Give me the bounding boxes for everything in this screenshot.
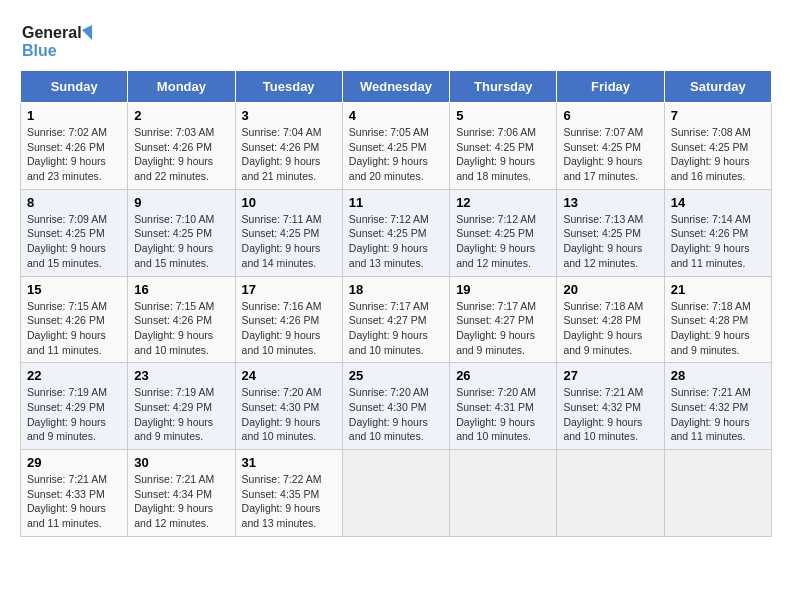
day-number: 27 — [563, 368, 657, 383]
logo: GeneralBlue — [20, 20, 100, 60]
week-row-1: 1Sunrise: 7:02 AMSunset: 4:26 PMDaylight… — [21, 103, 772, 190]
table-row: 22Sunrise: 7:19 AMSunset: 4:29 PMDayligh… — [21, 363, 128, 450]
day-info: Sunrise: 7:15 AMSunset: 4:26 PMDaylight:… — [134, 299, 228, 358]
table-row: 11Sunrise: 7:12 AMSunset: 4:25 PMDayligh… — [342, 189, 449, 276]
day-info: Sunrise: 7:20 AMSunset: 4:30 PMDaylight:… — [349, 385, 443, 444]
table-row: 14Sunrise: 7:14 AMSunset: 4:26 PMDayligh… — [664, 189, 771, 276]
day-number: 22 — [27, 368, 121, 383]
day-info: Sunrise: 7:21 AMSunset: 4:33 PMDaylight:… — [27, 472, 121, 531]
table-row: 3Sunrise: 7:04 AMSunset: 4:26 PMDaylight… — [235, 103, 342, 190]
day-number: 3 — [242, 108, 336, 123]
col-header-saturday: Saturday — [664, 71, 771, 103]
logo-icon: GeneralBlue — [20, 20, 100, 60]
day-number: 15 — [27, 282, 121, 297]
day-info: Sunrise: 7:09 AMSunset: 4:25 PMDaylight:… — [27, 212, 121, 271]
table-row: 24Sunrise: 7:20 AMSunset: 4:30 PMDayligh… — [235, 363, 342, 450]
table-row: 18Sunrise: 7:17 AMSunset: 4:27 PMDayligh… — [342, 276, 449, 363]
day-info: Sunrise: 7:21 AMSunset: 4:32 PMDaylight:… — [671, 385, 765, 444]
day-number: 31 — [242, 455, 336, 470]
table-row: 28Sunrise: 7:21 AMSunset: 4:32 PMDayligh… — [664, 363, 771, 450]
table-row: 23Sunrise: 7:19 AMSunset: 4:29 PMDayligh… — [128, 363, 235, 450]
day-info: Sunrise: 7:04 AMSunset: 4:26 PMDaylight:… — [242, 125, 336, 184]
table-row: 17Sunrise: 7:16 AMSunset: 4:26 PMDayligh… — [235, 276, 342, 363]
day-info: Sunrise: 7:18 AMSunset: 4:28 PMDaylight:… — [563, 299, 657, 358]
col-header-tuesday: Tuesday — [235, 71, 342, 103]
day-number: 8 — [27, 195, 121, 210]
day-number: 14 — [671, 195, 765, 210]
day-number: 5 — [456, 108, 550, 123]
day-number: 16 — [134, 282, 228, 297]
day-number: 21 — [671, 282, 765, 297]
day-number: 30 — [134, 455, 228, 470]
day-info: Sunrise: 7:17 AMSunset: 4:27 PMDaylight:… — [349, 299, 443, 358]
day-number: 10 — [242, 195, 336, 210]
table-row: 5Sunrise: 7:06 AMSunset: 4:25 PMDaylight… — [450, 103, 557, 190]
table-row: 8Sunrise: 7:09 AMSunset: 4:25 PMDaylight… — [21, 189, 128, 276]
day-number: 11 — [349, 195, 443, 210]
table-row: 29Sunrise: 7:21 AMSunset: 4:33 PMDayligh… — [21, 450, 128, 537]
table-row: 2Sunrise: 7:03 AMSunset: 4:26 PMDaylight… — [128, 103, 235, 190]
table-row — [450, 450, 557, 537]
table-row: 15Sunrise: 7:15 AMSunset: 4:26 PMDayligh… — [21, 276, 128, 363]
day-info: Sunrise: 7:10 AMSunset: 4:25 PMDaylight:… — [134, 212, 228, 271]
day-number: 6 — [563, 108, 657, 123]
day-number: 23 — [134, 368, 228, 383]
page-header: GeneralBlue — [20, 20, 772, 60]
day-number: 28 — [671, 368, 765, 383]
svg-text:General: General — [22, 24, 82, 41]
day-info: Sunrise: 7:06 AMSunset: 4:25 PMDaylight:… — [456, 125, 550, 184]
day-info: Sunrise: 7:21 AMSunset: 4:32 PMDaylight:… — [563, 385, 657, 444]
day-number: 7 — [671, 108, 765, 123]
day-info: Sunrise: 7:07 AMSunset: 4:25 PMDaylight:… — [563, 125, 657, 184]
day-number: 4 — [349, 108, 443, 123]
calendar-table: SundayMondayTuesdayWednesdayThursdayFrid… — [20, 70, 772, 537]
day-info: Sunrise: 7:05 AMSunset: 4:25 PMDaylight:… — [349, 125, 443, 184]
day-number: 13 — [563, 195, 657, 210]
day-info: Sunrise: 7:14 AMSunset: 4:26 PMDaylight:… — [671, 212, 765, 271]
day-number: 18 — [349, 282, 443, 297]
day-number: 24 — [242, 368, 336, 383]
table-row: 13Sunrise: 7:13 AMSunset: 4:25 PMDayligh… — [557, 189, 664, 276]
svg-text:Blue: Blue — [22, 42, 57, 59]
day-info: Sunrise: 7:20 AMSunset: 4:30 PMDaylight:… — [242, 385, 336, 444]
week-row-4: 22Sunrise: 7:19 AMSunset: 4:29 PMDayligh… — [21, 363, 772, 450]
day-number: 1 — [27, 108, 121, 123]
day-number: 2 — [134, 108, 228, 123]
day-number: 12 — [456, 195, 550, 210]
day-info: Sunrise: 7:08 AMSunset: 4:25 PMDaylight:… — [671, 125, 765, 184]
table-row: 25Sunrise: 7:20 AMSunset: 4:30 PMDayligh… — [342, 363, 449, 450]
day-info: Sunrise: 7:15 AMSunset: 4:26 PMDaylight:… — [27, 299, 121, 358]
table-row: 1Sunrise: 7:02 AMSunset: 4:26 PMDaylight… — [21, 103, 128, 190]
day-info: Sunrise: 7:19 AMSunset: 4:29 PMDaylight:… — [134, 385, 228, 444]
week-row-2: 8Sunrise: 7:09 AMSunset: 4:25 PMDaylight… — [21, 189, 772, 276]
day-info: Sunrise: 7:02 AMSunset: 4:26 PMDaylight:… — [27, 125, 121, 184]
day-info: Sunrise: 7:19 AMSunset: 4:29 PMDaylight:… — [27, 385, 121, 444]
week-row-5: 29Sunrise: 7:21 AMSunset: 4:33 PMDayligh… — [21, 450, 772, 537]
day-number: 20 — [563, 282, 657, 297]
day-info: Sunrise: 7:18 AMSunset: 4:28 PMDaylight:… — [671, 299, 765, 358]
week-row-3: 15Sunrise: 7:15 AMSunset: 4:26 PMDayligh… — [21, 276, 772, 363]
day-info: Sunrise: 7:16 AMSunset: 4:26 PMDaylight:… — [242, 299, 336, 358]
day-info: Sunrise: 7:22 AMSunset: 4:35 PMDaylight:… — [242, 472, 336, 531]
table-row — [664, 450, 771, 537]
col-header-wednesday: Wednesday — [342, 71, 449, 103]
day-number: 9 — [134, 195, 228, 210]
day-info: Sunrise: 7:03 AMSunset: 4:26 PMDaylight:… — [134, 125, 228, 184]
table-row: 20Sunrise: 7:18 AMSunset: 4:28 PMDayligh… — [557, 276, 664, 363]
day-info: Sunrise: 7:13 AMSunset: 4:25 PMDaylight:… — [563, 212, 657, 271]
day-info: Sunrise: 7:17 AMSunset: 4:27 PMDaylight:… — [456, 299, 550, 358]
table-row — [557, 450, 664, 537]
calendar-header: SundayMondayTuesdayWednesdayThursdayFrid… — [21, 71, 772, 103]
svg-marker-2 — [82, 25, 92, 40]
table-row — [342, 450, 449, 537]
table-row: 9Sunrise: 7:10 AMSunset: 4:25 PMDaylight… — [128, 189, 235, 276]
table-row: 12Sunrise: 7:12 AMSunset: 4:25 PMDayligh… — [450, 189, 557, 276]
col-header-thursday: Thursday — [450, 71, 557, 103]
day-info: Sunrise: 7:21 AMSunset: 4:34 PMDaylight:… — [134, 472, 228, 531]
day-number: 19 — [456, 282, 550, 297]
table-row: 10Sunrise: 7:11 AMSunset: 4:25 PMDayligh… — [235, 189, 342, 276]
day-number: 25 — [349, 368, 443, 383]
table-row: 27Sunrise: 7:21 AMSunset: 4:32 PMDayligh… — [557, 363, 664, 450]
table-row: 31Sunrise: 7:22 AMSunset: 4:35 PMDayligh… — [235, 450, 342, 537]
table-row: 6Sunrise: 7:07 AMSunset: 4:25 PMDaylight… — [557, 103, 664, 190]
